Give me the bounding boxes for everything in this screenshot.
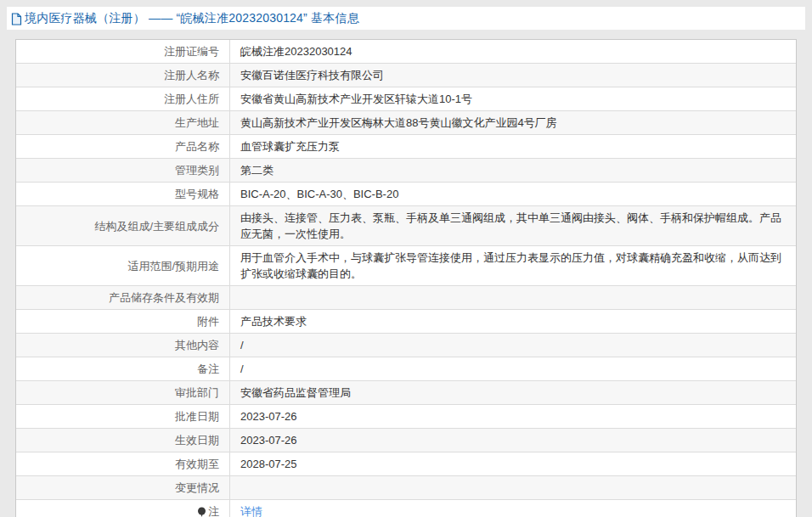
row-label: 有效期至	[16, 452, 230, 475]
page-header: 境内医疗器械（注册） —— “皖械注准20232030124” 基本信息	[7, 7, 805, 30]
table-row: 注册人住所安徽省黄山高新技术产业开发区轩辕大道10-1号	[16, 87, 796, 111]
row-label: 生效日期	[16, 429, 230, 452]
row-value: 血管球囊扩充压力泵	[230, 135, 796, 158]
row-label: 注	[16, 500, 230, 517]
row-label: 附件	[16, 310, 230, 333]
row-label: 变更情况	[16, 476, 230, 499]
page-title: 境内医疗器械（注册） —— “皖械注准20232030124” 基本信息	[25, 11, 359, 26]
document-icon	[11, 13, 22, 25]
table-row: 备注/	[16, 357, 796, 381]
table-row: 注册人名称安徽百诺佳医疗科技有限公司	[16, 64, 796, 87]
row-label: 备注	[16, 357, 230, 380]
row-value: 产品技术要求	[230, 310, 796, 333]
row-value	[230, 295, 796, 301]
row-value: BIC-A-20、BIC-A-30、BIC-B-20	[230, 183, 796, 205]
row-label: 批准日期	[16, 405, 230, 428]
row-label: 适用范围/预期用途	[16, 246, 230, 285]
row-label: 注册人名称	[16, 64, 230, 87]
table-row: 型号规格BIC-A-20、BIC-A-30、BIC-B-20	[16, 183, 796, 206]
row-label: 注册证编号	[16, 40, 230, 63]
row-value: 黄山高新技术产业开发区梅林大道88号黄山徽文化产业园4号厂房	[230, 111, 796, 134]
table-row: 注册证编号皖械注准20232030124	[16, 40, 796, 64]
table-row: 变更情况	[16, 476, 796, 500]
row-value: 第二类	[230, 159, 796, 182]
table-row: 管理类别第二类	[16, 159, 796, 183]
info-table: 注册证编号皖械注准20232030124注册人名称安徽百诺佳医疗科技有限公司注册…	[15, 39, 797, 517]
row-value: 2028-07-25	[230, 452, 796, 475]
details-link[interactable]: 详情	[240, 505, 262, 517]
row-value: 安徽省黄山高新技术产业开发区轩辕大道10-1号	[230, 87, 796, 110]
table-row: 其他内容/	[16, 334, 796, 357]
row-label: 审批部门	[16, 381, 230, 404]
row-value: 2023-07-26	[230, 405, 796, 428]
row-value: /	[230, 334, 796, 357]
row-value: 由接头、连接管、压力表、泵瓶、手柄及单三通阀组成，其中单三通阀由接头、阀体、手柄…	[230, 206, 796, 245]
table-row: 生产地址黄山高新技术产业开发区梅林大道88号黄山徽文化产业园4号厂房	[16, 111, 796, 135]
row-value: 皖械注准20232030124	[230, 40, 796, 63]
table-row: 结构及组成/主要组成成分由接头、连接管、压力表、泵瓶、手柄及单三通阀组成，其中单…	[16, 206, 796, 246]
row-value: /	[230, 357, 796, 380]
row-label: 生产地址	[16, 111, 230, 134]
table-row: 审批部门安徽省药品监督管理局	[16, 381, 796, 405]
row-label: 产品名称	[16, 135, 230, 158]
table-row: 产品储存条件及有效期	[16, 286, 796, 310]
row-value: 详情	[230, 500, 796, 517]
table-row: 适用范围/预期用途用于血管介入手术中，与球囊扩张导管连接使用，通过压力表显示的压…	[16, 246, 796, 286]
row-label: 结构及组成/主要组成成分	[16, 206, 230, 245]
table-row: 生效日期2023-07-26	[16, 429, 796, 452]
table-row: 有效期至2028-07-25	[16, 452, 796, 476]
row-label: 其他内容	[16, 334, 230, 357]
row-value: 用于血管介入手术中，与球囊扩张导管连接使用，通过压力表显示的压力值，对球囊精确充…	[230, 246, 796, 285]
row-value: 安徽省药品监督管理局	[230, 381, 796, 404]
row-label: 型号规格	[16, 183, 230, 205]
table-row: 批准日期2023-07-26	[16, 405, 796, 429]
row-label: 注册人住所	[16, 87, 230, 110]
row-value: 2023-07-26	[230, 429, 796, 452]
row-value: 安徽百诺佳医疗科技有限公司	[230, 64, 796, 87]
table-row: 产品名称血管球囊扩充压力泵	[16, 135, 796, 159]
row-label: 产品储存条件及有效期	[16, 286, 230, 309]
table-row: 注详情	[16, 500, 796, 517]
table-row: 附件产品技术要求	[16, 310, 796, 334]
note-icon	[197, 507, 206, 517]
row-label: 管理类别	[16, 159, 230, 182]
row-value	[230, 485, 796, 492]
